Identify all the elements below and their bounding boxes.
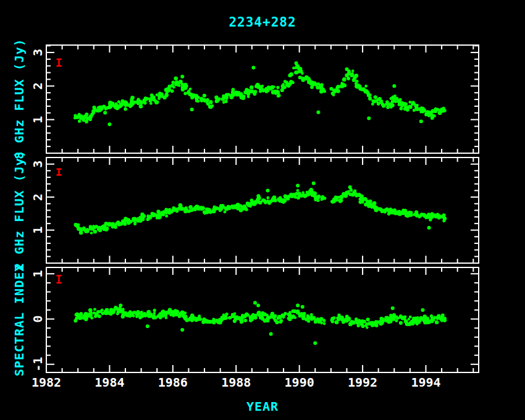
error-bar-bottom: [56, 275, 61, 283]
panel-frame-middle: [46, 158, 479, 263]
outlier-point: [301, 305, 304, 309]
y-tick-label-bottom: 1: [30, 270, 45, 277]
outlier-point: [256, 304, 260, 308]
outlier-point: [419, 119, 423, 123]
x-tick-label: 1982: [32, 375, 61, 390]
outlier-point: [430, 116, 434, 120]
outlier-point: [313, 341, 317, 345]
x-axis-label-year: YEAR: [246, 399, 279, 414]
outlier-point: [348, 185, 352, 189]
outlier-point: [421, 308, 424, 312]
y-tick-label-top: 3: [30, 49, 45, 56]
outlier-point: [266, 188, 269, 192]
y-tick-label-top: 2: [30, 82, 45, 90]
x-tick-label: 1984: [94, 375, 124, 390]
outlier-point: [296, 183, 300, 187]
x-tick-label: 1990: [285, 375, 314, 390]
outlier-point: [392, 84, 396, 88]
outlier-point: [295, 61, 298, 65]
outlier-point: [269, 332, 273, 336]
data-points-bottom: [74, 301, 447, 345]
y-tick-label-middle: 1: [30, 227, 45, 234]
x-tick-label: 1994: [411, 375, 440, 390]
outlier-point: [427, 226, 431, 230]
outlier-point: [190, 107, 194, 111]
y-tick-label-top: 1: [30, 116, 45, 124]
outlier-point: [367, 117, 371, 120]
outlier-point: [253, 301, 257, 304]
x-tick-label: 1988: [221, 375, 251, 390]
y-tick-label-bottom: 0: [30, 316, 45, 323]
error-bar-top: [56, 59, 61, 66]
y-tick-label-middle: 3: [30, 161, 45, 168]
y-axis-label-spectral-index: SPECTRAL INDEX: [12, 264, 27, 377]
panel-frame-top: [46, 45, 479, 153]
outlier-point: [107, 122, 111, 126]
plot-canvas: 123123-1011982198419861988199019921994: [0, 0, 525, 420]
light-curve-figure: 123123-1011982198419861988199019921994 2…: [0, 0, 525, 420]
outlier-point: [316, 111, 320, 114]
y-tick-label-middle: 2: [30, 193, 45, 201]
outlier-point: [391, 306, 395, 310]
error-bar-middle: [56, 169, 61, 175]
data-points-middle: [74, 182, 447, 235]
y-tick-label-bottom: -1: [30, 357, 45, 372]
outlier-point: [119, 304, 122, 308]
outlier-point: [251, 65, 255, 69]
ticks-top: [46, 45, 479, 153]
y-axis-label-2ghz: 2 GHz FLUX (Jy): [12, 149, 27, 271]
outlier-point: [146, 324, 149, 328]
data-points-top: [74, 61, 447, 126]
x-tick-label: 1986: [158, 375, 188, 390]
outlier-point: [180, 75, 184, 78]
ticks-middle: [46, 158, 479, 263]
outlier-point: [180, 328, 184, 332]
outlier-point: [296, 304, 300, 308]
outlier-point: [345, 67, 349, 71]
chart-title: 2234+282: [229, 15, 296, 30]
outlier-point: [312, 182, 316, 185]
x-tick-label: 1992: [348, 375, 377, 390]
y-axis-label-8ghz: 8 GHz FLUX (Jy): [12, 38, 27, 159]
